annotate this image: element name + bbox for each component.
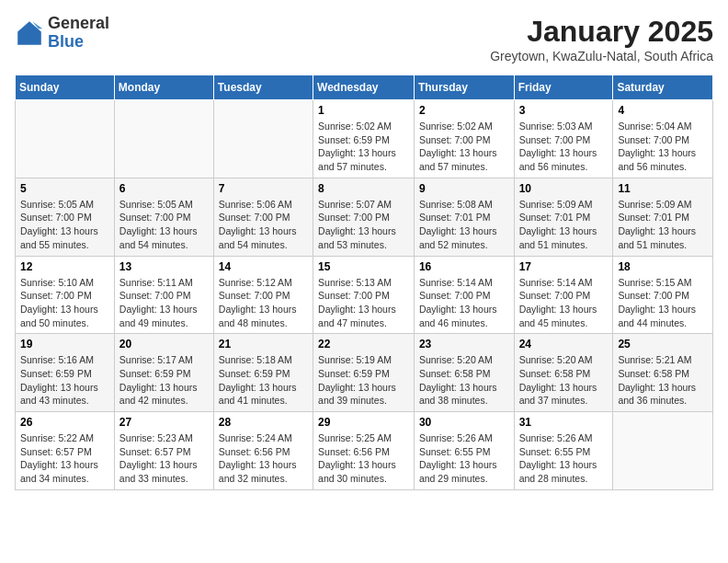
day-number: 13 [119, 260, 209, 273]
day-number: 10 [519, 182, 609, 195]
calendar-cell: 21Sunrise: 5:18 AM Sunset: 6:59 PM Dayli… [213, 334, 313, 412]
day-number: 4 [618, 104, 708, 117]
day-number: 28 [219, 416, 308, 429]
calendar-cell [213, 100, 313, 178]
calendar-cell: 1Sunrise: 5:02 AM Sunset: 6:59 PM Daylig… [313, 100, 415, 178]
day-info: Sunrise: 5:04 AM Sunset: 7:00 PM Dayligh… [618, 120, 708, 174]
calendar-cell: 4Sunrise: 5:04 AM Sunset: 7:00 PM Daylig… [613, 100, 713, 178]
day-number: 7 [219, 182, 308, 195]
day-info: Sunrise: 5:25 AM Sunset: 6:56 PM Dayligh… [318, 431, 409, 486]
day-number: 9 [419, 182, 509, 195]
calendar-cell: 12Sunrise: 5:10 AM Sunset: 7:00 PM Dayli… [16, 256, 115, 334]
day-info: Sunrise: 5:09 AM Sunset: 7:01 PM Dayligh… [519, 198, 609, 252]
day-info: Sunrise: 5:24 AM Sunset: 6:56 PM Dayligh… [219, 431, 308, 486]
day-number: 11 [618, 182, 708, 195]
day-number: 1 [318, 104, 409, 117]
calendar-cell: 26Sunrise: 5:22 AM Sunset: 6:57 PM Dayli… [16, 412, 115, 490]
calendar-cell: 29Sunrise: 5:25 AM Sunset: 6:56 PM Dayli… [313, 412, 415, 490]
day-info: Sunrise: 5:05 AM Sunset: 7:00 PM Dayligh… [20, 198, 109, 252]
weekday-header-row: SundayMondayTuesdayWednesdayThursdayFrid… [16, 75, 713, 100]
calendar-cell: 27Sunrise: 5:23 AM Sunset: 6:57 PM Dayli… [114, 412, 213, 490]
title-block: January 2025 Greytown, KwaZulu-Natal, So… [490, 15, 713, 63]
day-number: 29 [318, 416, 409, 429]
day-info: Sunrise: 5:09 AM Sunset: 7:01 PM Dayligh… [618, 198, 708, 252]
weekday-header-tuesday: Tuesday [213, 75, 313, 100]
day-number: 19 [20, 338, 109, 350]
day-info: Sunrise: 5:26 AM Sunset: 6:55 PM Dayligh… [519, 431, 609, 486]
day-number: 5 [20, 182, 109, 195]
calendar-cell: 28Sunrise: 5:24 AM Sunset: 6:56 PM Dayli… [213, 412, 313, 490]
calendar-week-row: 26Sunrise: 5:22 AM Sunset: 6:57 PM Dayli… [16, 412, 713, 490]
day-number: 16 [419, 260, 509, 273]
weekday-header-monday: Monday [114, 75, 213, 100]
day-number: 20 [119, 338, 209, 350]
day-number: 23 [419, 338, 509, 350]
day-number: 30 [419, 416, 509, 429]
calendar-week-row: 5Sunrise: 5:05 AM Sunset: 7:00 PM Daylig… [16, 178, 713, 256]
day-info: Sunrise: 5:26 AM Sunset: 6:55 PM Dayligh… [419, 431, 509, 486]
calendar-cell: 16Sunrise: 5:14 AM Sunset: 7:00 PM Dayli… [414, 256, 514, 334]
day-info: Sunrise: 5:20 AM Sunset: 6:58 PM Dayligh… [519, 353, 609, 408]
calendar-cell: 20Sunrise: 5:17 AM Sunset: 6:59 PM Dayli… [114, 334, 213, 412]
calendar-cell: 3Sunrise: 5:03 AM Sunset: 7:00 PM Daylig… [514, 100, 613, 178]
day-info: Sunrise: 5:13 AM Sunset: 7:00 PM Dayligh… [318, 276, 409, 330]
day-info: Sunrise: 5:15 AM Sunset: 7:00 PM Dayligh… [618, 276, 708, 330]
day-info: Sunrise: 5:07 AM Sunset: 7:00 PM Dayligh… [318, 198, 409, 252]
day-info: Sunrise: 5:16 AM Sunset: 6:59 PM Dayligh… [20, 353, 109, 408]
day-info: Sunrise: 5:23 AM Sunset: 6:57 PM Dayligh… [119, 431, 209, 486]
calendar-cell: 15Sunrise: 5:13 AM Sunset: 7:00 PM Dayli… [313, 256, 415, 334]
weekday-header-saturday: Saturday [613, 75, 713, 100]
day-info: Sunrise: 5:19 AM Sunset: 6:59 PM Dayligh… [318, 353, 409, 408]
calendar-cell: 22Sunrise: 5:19 AM Sunset: 6:59 PM Dayli… [313, 334, 415, 412]
calendar-week-row: 12Sunrise: 5:10 AM Sunset: 7:00 PM Dayli… [16, 256, 713, 334]
day-info: Sunrise: 5:21 AM Sunset: 6:58 PM Dayligh… [618, 353, 708, 408]
calendar-cell: 18Sunrise: 5:15 AM Sunset: 7:00 PM Dayli… [613, 256, 713, 334]
logo-general-text: General [48, 14, 109, 32]
day-number: 24 [519, 338, 609, 350]
day-number: 27 [119, 416, 209, 429]
calendar-cell: 7Sunrise: 5:06 AM Sunset: 7:00 PM Daylig… [213, 178, 313, 256]
day-info: Sunrise: 5:14 AM Sunset: 7:00 PM Dayligh… [519, 276, 609, 330]
calendar-cell: 13Sunrise: 5:11 AM Sunset: 7:00 PM Dayli… [114, 256, 213, 334]
calendar-table: SundayMondayTuesdayWednesdayThursdayFrid… [15, 75, 713, 490]
weekday-header-friday: Friday [514, 75, 613, 100]
page-title: January 2025 [490, 15, 713, 49]
calendar-cell: 24Sunrise: 5:20 AM Sunset: 6:58 PM Dayli… [514, 334, 613, 412]
calendar-cell: 11Sunrise: 5:09 AM Sunset: 7:01 PM Dayli… [613, 178, 713, 256]
calendar-cell: 30Sunrise: 5:26 AM Sunset: 6:55 PM Dayli… [414, 412, 514, 490]
day-number: 3 [519, 104, 609, 117]
day-info: Sunrise: 5:22 AM Sunset: 6:57 PM Dayligh… [20, 431, 109, 486]
day-number: 18 [618, 260, 708, 273]
page-subtitle: Greytown, KwaZulu-Natal, South Africa [490, 49, 713, 63]
day-info: Sunrise: 5:06 AM Sunset: 7:00 PM Dayligh… [219, 198, 308, 252]
day-info: Sunrise: 5:03 AM Sunset: 7:00 PM Dayligh… [519, 120, 609, 174]
calendar-cell: 6Sunrise: 5:05 AM Sunset: 7:00 PM Daylig… [114, 178, 213, 256]
day-number: 2 [419, 104, 509, 117]
calendar-cell: 23Sunrise: 5:20 AM Sunset: 6:58 PM Dayli… [414, 334, 514, 412]
calendar-cell: 25Sunrise: 5:21 AM Sunset: 6:58 PM Dayli… [613, 334, 713, 412]
calendar-cell: 19Sunrise: 5:16 AM Sunset: 6:59 PM Dayli… [16, 334, 115, 412]
calendar-week-row: 19Sunrise: 5:16 AM Sunset: 6:59 PM Dayli… [16, 334, 713, 412]
day-number: 25 [618, 338, 708, 350]
day-number: 31 [519, 416, 609, 429]
page-header: General Blue January 2025 Greytown, KwaZ… [15, 15, 713, 63]
weekday-header-sunday: Sunday [16, 75, 115, 100]
calendar-cell: 14Sunrise: 5:12 AM Sunset: 7:00 PM Dayli… [213, 256, 313, 334]
calendar-cell: 8Sunrise: 5:07 AM Sunset: 7:00 PM Daylig… [313, 178, 415, 256]
day-number: 21 [219, 338, 308, 350]
calendar-cell [613, 412, 713, 490]
day-info: Sunrise: 5:18 AM Sunset: 6:59 PM Dayligh… [219, 353, 308, 408]
day-info: Sunrise: 5:14 AM Sunset: 7:00 PM Dayligh… [419, 276, 509, 330]
calendar-cell: 31Sunrise: 5:26 AM Sunset: 6:55 PM Dayli… [514, 412, 613, 490]
day-number: 12 [20, 260, 109, 273]
day-info: Sunrise: 5:02 AM Sunset: 7:00 PM Dayligh… [419, 120, 509, 174]
day-number: 17 [519, 260, 609, 273]
day-info: Sunrise: 5:17 AM Sunset: 6:59 PM Dayligh… [119, 353, 209, 408]
logo: General Blue [15, 15, 109, 52]
weekday-header-wednesday: Wednesday [313, 75, 415, 100]
day-number: 15 [318, 260, 409, 273]
calendar-week-row: 1Sunrise: 5:02 AM Sunset: 6:59 PM Daylig… [16, 100, 713, 178]
calendar-cell [16, 100, 115, 178]
day-info: Sunrise: 5:11 AM Sunset: 7:00 PM Dayligh… [119, 276, 209, 330]
calendar-cell: 5Sunrise: 5:05 AM Sunset: 7:00 PM Daylig… [16, 178, 115, 256]
